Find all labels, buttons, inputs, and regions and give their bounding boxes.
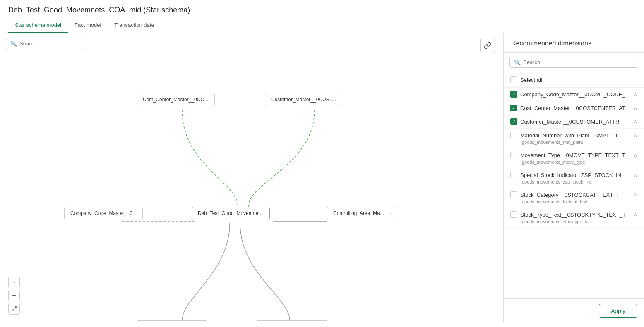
dim-label-company-code: Company_Code_Master__0COMP_CODE_ — [520, 91, 630, 98]
dim-checkbox-company-code[interactable] — [510, 91, 517, 98]
dim-item-material-number: Material_Number_with_Plant__0MAT_PL ∧ go… — [504, 129, 644, 148]
node-chart-of-accounts[interactable]: Chart_of_Accounts_... ··· — [137, 320, 207, 323]
dim-checkbox-stock-category[interactable] — [510, 191, 517, 198]
right-panel: Recommended dimensions 🔍 Select all Comp… — [503, 33, 644, 323]
diagram-canvas: 🔍 Cost_Center_Master__ — [0, 33, 503, 323]
dim-sub-special-stock: goods_movements_zsp_stock_ind — [510, 179, 637, 184]
select-all-row: Select all — [504, 72, 644, 88]
dim-label-special-stock: Special_Stock_Indicator_ZSP_STOCK_IN — [520, 172, 630, 178]
dimensions-list: Company_Code_Master__0COMP_CODE_ ∧ Cost_… — [504, 88, 644, 298]
dim-item-cost-center: Cost_Center_Master__0COSTCENTER_AT ∧ — [504, 101, 644, 115]
dim-checkbox-cost-center[interactable] — [510, 105, 517, 111]
dim-checkbox-stock-type[interactable] — [510, 211, 517, 218]
dim-checkbox-material-number[interactable] — [510, 132, 517, 138]
dim-item-stock-type: Stock_Type_Text__0STOCKTYPE_TEXT_T ∧ goo… — [504, 208, 644, 228]
dim-label-cost-center: Cost_Center_Master__0COSTCENTER_AT — [520, 105, 630, 111]
panel-footer: Apply — [504, 298, 644, 323]
dim-item-stock-category: Stock_Category__0STOCKCAT_TEXT_TF ∧ good… — [504, 188, 644, 208]
svg-line-0 — [14, 307, 16, 308]
dim-checkbox-movement-type[interactable] — [510, 152, 517, 158]
panel-search-input[interactable] — [523, 59, 634, 65]
svg-line-1 — [12, 309, 14, 311]
dim-sub-stock-category: goods_movements_tockcat_text — [510, 199, 637, 204]
dim-chevron-material-number[interactable]: ∧ — [634, 132, 637, 138]
dim-chevron-cost-center[interactable]: ∧ — [634, 105, 637, 111]
dim-label-stock-category: Stock_Category__0STOCKCAT_TEXT_TF — [520, 192, 630, 198]
tab-star-schema[interactable]: Star schema model — [8, 18, 68, 33]
dim-chevron-stock-type[interactable]: ∧ — [634, 212, 637, 217]
page-title: Deb_Test_Good_Movemnets_COA_mid (Star sc… — [0, 0, 644, 18]
dim-chevron-customer-master[interactable]: ∧ — [634, 119, 637, 124]
node-company-code[interactable]: Company_Code_Master__0... — [64, 207, 143, 220]
apply-button[interactable]: Apply — [599, 304, 637, 318]
dim-sub-material-number: goods_movements_mat_plant — [510, 140, 637, 145]
node-customer-master-label: Customer_Master__0CUST... — [271, 97, 336, 103]
node-central[interactable]: Deb_Test_Good_Movemnet... — [192, 207, 270, 220]
zoom-controls: + − — [8, 277, 20, 315]
panel-search-icon: 🔍 — [514, 59, 521, 65]
dim-checkbox-customer-master[interactable] — [510, 118, 517, 125]
dim-label-material-number: Material_Number_with_Plant__0MAT_PL — [520, 132, 630, 138]
dim-sub-stock-type: goods_movements_stocktype_text — [510, 219, 637, 224]
node-controlling-area-label: Controlling_Area_Ma... — [333, 210, 384, 216]
dim-chevron-stock-category[interactable]: ∧ — [634, 192, 637, 198]
node-cost-center-label: Cost_Center_Master__0CO... — [143, 97, 209, 103]
tab-fact-model[interactable]: Fact model — [68, 18, 108, 33]
tabs-bar: Star schema model Fact model Transaction… — [0, 18, 644, 33]
dim-item-movement-type: Movement_Type__0MOVE_TYPE_TEXT_T ∧ goods… — [504, 148, 644, 168]
dim-sub-movement-type: goods_movements_move_type — [510, 160, 637, 165]
panel-title: Recommended dimensions — [504, 33, 644, 53]
zoom-in-button[interactable]: + — [8, 277, 20, 288]
dim-chevron-special-stock[interactable]: ∧ — [634, 172, 637, 178]
select-all-label[interactable]: Select all — [520, 77, 542, 83]
dim-item-customer-master: Customer_Master__0CUSTOMER_ATTR ∧ — [504, 115, 644, 129]
dim-chevron-company-code[interactable]: ∧ — [634, 91, 637, 97]
canvas-search: 🔍 — [6, 38, 84, 49]
dim-label-stock-type: Stock_Type_Text__0STOCKTYPE_TEXT_T — [520, 212, 630, 218]
node-controlling-area[interactable]: Controlling_Area_Ma... ··· — [327, 207, 399, 220]
dim-item-company-code: Company_Code_Master__0COMP_CODE_ ∧ — [504, 88, 644, 101]
canvas-search-input[interactable] — [19, 41, 80, 47]
node-controlling-area-menu[interactable]: ··· — [387, 210, 393, 216]
node-central-label: Deb_Test_Good_Movemnet... — [198, 210, 264, 216]
zoom-fit-button[interactable] — [8, 303, 20, 315]
panel-search-area: 🔍 — [504, 53, 644, 72]
node-cost-center[interactable]: Cost_Center_Master__0CO... — [137, 93, 215, 106]
node-profit-center[interactable]: Profit_Center_Master... ··· — [256, 320, 328, 323]
node-company-code-label: Company_Code_Master__0... — [70, 210, 137, 216]
tab-transaction-date[interactable]: Transaction date — [108, 18, 161, 33]
dim-checkbox-special-stock[interactable] — [510, 172, 517, 178]
zoom-out-button[interactable]: − — [8, 290, 20, 301]
search-icon: 🔍 — [10, 41, 17, 47]
connections-svg — [0, 33, 503, 323]
dim-item-special-stock: Special_Stock_Indicator_ZSP_STOCK_IN ∧ g… — [504, 168, 644, 188]
node-customer-master[interactable]: Customer_Master__0CUST... — [265, 93, 342, 106]
dim-chevron-movement-type[interactable]: ∧ — [634, 152, 637, 158]
link-icon-button[interactable] — [480, 38, 495, 53]
select-all-checkbox[interactable] — [510, 76, 517, 83]
dim-label-movement-type: Movement_Type__0MOVE_TYPE_TEXT_T — [520, 152, 630, 158]
dim-label-customer-master: Customer_Master__0CUSTOMER_ATTR — [520, 119, 630, 125]
